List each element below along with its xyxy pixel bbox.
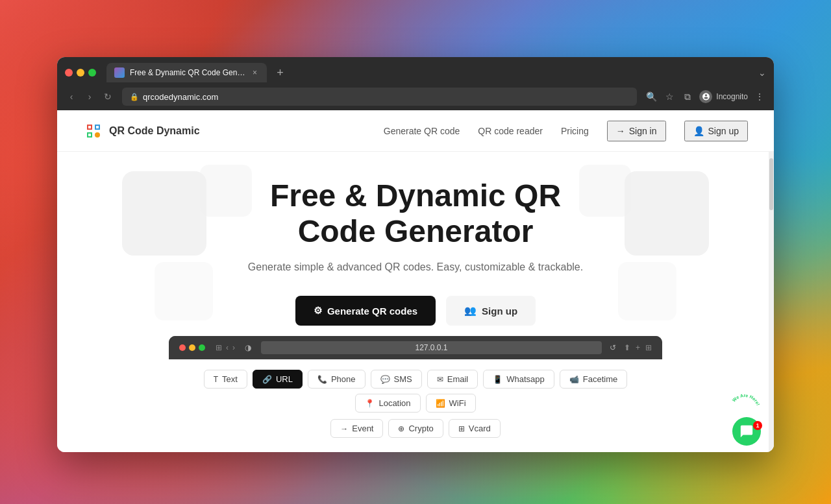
- url-icon: 🔗: [262, 375, 272, 384]
- qr-tab-location[interactable]: 📍 Location: [355, 394, 420, 413]
- url-bar[interactable]: 🔒 qrcodedynamic.com: [122, 88, 637, 106]
- svg-point-1: [95, 132, 100, 138]
- whatsapp-icon: 📱: [493, 375, 502, 384]
- inner-forward: ›: [232, 343, 235, 352]
- location-label: Location: [378, 398, 410, 408]
- vcard-icon: ⊞: [458, 424, 465, 433]
- inner-window-icon: ⊞: [216, 343, 222, 352]
- inner-browser-bar: ⊞ ‹ › ◑ 127.0.0.1 ↺ ⬆ + ⊞: [169, 336, 662, 359]
- qr-tab-url[interactable]: 🔗 URL: [253, 370, 303, 389]
- refresh-button[interactable]: ↻: [101, 90, 114, 103]
- email-label: Email: [447, 374, 469, 384]
- hero-subtitle: Generate simple & advanced QR codes. Eas…: [70, 259, 761, 275]
- generate-qr-button[interactable]: ⚙ Generate QR codes: [295, 296, 436, 326]
- email-icon: ✉: [437, 375, 443, 384]
- site-logo[interactable]: QR Code Dynamic: [83, 121, 200, 141]
- crypto-label: Crypto: [408, 424, 433, 433]
- whatsapp-label: Whatsapp: [506, 374, 545, 384]
- incognito-badge: Incognito: [699, 90, 748, 103]
- close-window-button[interactable]: [65, 69, 73, 77]
- more-menu-button[interactable]: ⋮: [753, 90, 766, 103]
- lock-icon: 🔒: [130, 93, 139, 101]
- inner-close: [179, 344, 186, 351]
- maximize-window-button[interactable]: [88, 69, 96, 77]
- qr-tab-row-1: T Text 🔗 URL 📞 Phone 💬: [182, 370, 649, 413]
- logo-icon: [83, 121, 104, 141]
- facetime-label: Facetime: [583, 374, 617, 384]
- traffic-lights: [65, 69, 96, 77]
- incognito-label: Incognito: [716, 92, 748, 101]
- page-scrollbar[interactable]: [769, 152, 774, 452]
- qr-tab-crypto[interactable]: ⊕ Crypto: [388, 419, 443, 438]
- signup-hero-icon: 👥: [464, 305, 477, 317]
- inner-actions: ⬆ + ⊞: [624, 343, 652, 352]
- browser-chrome: Free & Dynamic QR Code Gen… × + ⌄ ‹ › ↻ …: [57, 57, 774, 110]
- phone-label: Phone: [331, 374, 356, 384]
- nav-qr-reader[interactable]: QR code reader: [478, 126, 543, 136]
- nav-generate-qr[interactable]: Generate QR code: [384, 126, 460, 136]
- chat-widget[interactable]: We Are Here! 1: [709, 394, 761, 446]
- nav-links: Generate QR code QR code reader Pricing …: [384, 121, 748, 141]
- tab-right-controls: ⌄: [758, 67, 766, 78]
- browser-actions: 🔍 ☆ ⧉ Incognito ⋮: [645, 90, 766, 103]
- inner-grid-icon: ⊞: [645, 343, 652, 352]
- forward-button[interactable]: ›: [83, 90, 96, 103]
- browser-tab-active[interactable]: Free & Dynamic QR Code Gen… ×: [106, 63, 267, 82]
- qr-tab-sms[interactable]: 💬 SMS: [371, 370, 422, 389]
- back-button[interactable]: ‹: [65, 90, 78, 103]
- inner-url-bar: 127.0.0.1: [261, 341, 602, 354]
- address-bar: ‹ › ↻ 🔒 qrcodedynamic.com 🔍 ☆ ⧉ Incognit…: [57, 83, 774, 110]
- signup-hero-label: Sign up: [482, 306, 517, 317]
- tab-bar: Free & Dynamic QR Code Gen… × + ⌄: [57, 57, 774, 83]
- signup-button[interactable]: 👤 Sign up: [684, 121, 748, 141]
- minimize-window-button[interactable]: [77, 69, 84, 77]
- qr-tab-phone[interactable]: 📞 Phone: [308, 370, 366, 389]
- signup-label: Sign up: [708, 126, 739, 136]
- event-label: Event: [352, 424, 373, 433]
- text-label: Text: [222, 374, 238, 384]
- qr-tab-vcard[interactable]: ⊞ Vcard: [449, 419, 501, 438]
- hero-title: Free & Dynamic QR Code Generator: [70, 178, 761, 249]
- qr-tab-wifi[interactable]: 📶 WiFi: [426, 394, 476, 413]
- signin-button[interactable]: → Sign in: [607, 121, 666, 141]
- qr-tab-email[interactable]: ✉ Email: [427, 370, 478, 389]
- logo-text: QR Code Dynamic: [109, 125, 200, 137]
- url-label: URL: [276, 374, 293, 384]
- url-text: qrcodedynamic.com: [143, 92, 218, 102]
- crypto-icon: ⊕: [398, 424, 404, 433]
- text-icon: T: [214, 375, 218, 384]
- location-icon: 📍: [365, 399, 375, 408]
- qr-type-tabs: T Text 🔗 URL 📞 Phone 💬: [169, 359, 662, 446]
- chat-message-icon: [739, 424, 754, 438]
- inner-browser-screenshot: ⊞ ‹ › ◑ 127.0.0.1 ↺ ⬆ + ⊞: [169, 336, 662, 446]
- qr-tab-event[interactable]: → Event: [330, 419, 383, 438]
- signup-icon: 👤: [693, 126, 704, 136]
- wifi-label: WiFi: [449, 398, 466, 408]
- svg-point-0: [83, 121, 104, 141]
- phone-icon: 📞: [317, 375, 327, 384]
- nav-pricing[interactable]: Pricing: [561, 126, 589, 136]
- page-content: QR Code Dynamic Generate QR code QR code…: [57, 110, 774, 452]
- inner-controls: ⊞ ‹ ›: [216, 343, 235, 352]
- signin-label: Sign in: [629, 126, 657, 136]
- tab-overview-icon[interactable]: ⧉: [681, 90, 694, 103]
- hero-section: Free & Dynamic QR Code Generator Generat…: [57, 152, 774, 452]
- scrollbar-thumb[interactable]: [769, 158, 773, 210]
- qr-tab-facetime[interactable]: 📹 Facetime: [560, 370, 627, 389]
- inner-add-icon: +: [636, 343, 640, 352]
- signup-hero-button[interactable]: 👥 Sign up: [446, 296, 536, 326]
- svg-text:We Are Here!: We Are Here!: [731, 393, 760, 406]
- qr-tab-text[interactable]: T Text: [204, 370, 247, 389]
- generate-icon: ⚙: [314, 305, 322, 317]
- qr-tab-whatsapp[interactable]: 📱 Whatsapp: [483, 370, 554, 389]
- generate-label: Generate QR codes: [327, 306, 417, 317]
- hero-buttons: ⚙ Generate QR codes 👥 Sign up: [70, 296, 761, 326]
- search-icon[interactable]: 🔍: [645, 90, 658, 103]
- inner-maximize: [199, 344, 205, 351]
- wifi-icon: 📶: [436, 399, 445, 408]
- sms-icon: 💬: [380, 375, 390, 384]
- tab-close-button[interactable]: ×: [250, 68, 259, 77]
- bookmark-icon[interactable]: ☆: [663, 90, 676, 103]
- tab-favicon: [114, 67, 125, 78]
- new-tab-button[interactable]: +: [272, 65, 288, 80]
